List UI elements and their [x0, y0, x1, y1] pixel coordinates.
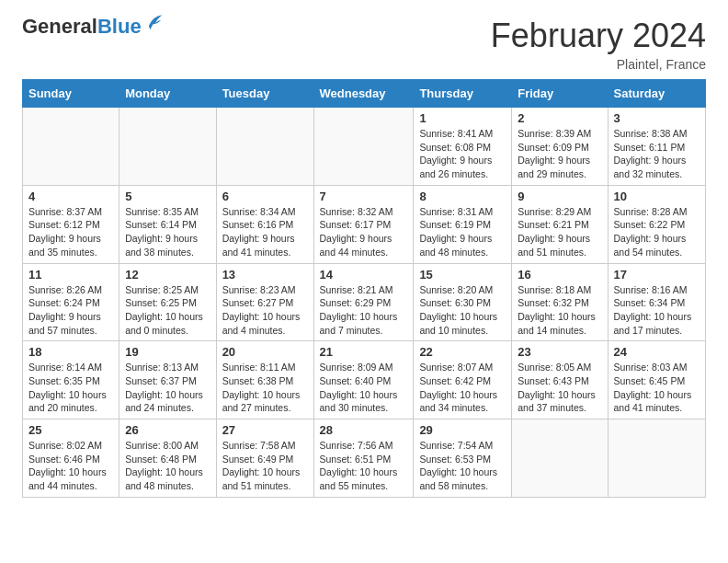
calendar-cell	[313, 108, 414, 186]
calendar-cell: 20Sunrise: 8:11 AM Sunset: 6:38 PM Dayli…	[216, 341, 313, 419]
day-info: Sunrise: 8:21 AM Sunset: 6:29 PM Dayligh…	[320, 283, 408, 338]
day-number: 23	[518, 345, 601, 359]
calendar-cell: 17Sunrise: 8:16 AM Sunset: 6:34 PM Dayli…	[608, 263, 706, 341]
day-number: 8	[419, 190, 506, 203]
calendar-cell: 28Sunrise: 7:56 AM Sunset: 6:51 PM Dayli…	[313, 419, 414, 498]
day-number: 22	[419, 345, 506, 359]
calendar-cell: 18Sunrise: 8:14 AM Sunset: 6:35 PM Dayli…	[23, 341, 119, 419]
day-number: 5	[125, 190, 210, 203]
calendar-cell: 8Sunrise: 8:31 AM Sunset: 6:19 PM Daylig…	[414, 185, 512, 263]
day-number: 18	[28, 345, 113, 359]
logo-text: GeneralBlue	[22, 17, 142, 37]
day-number: 2	[518, 111, 601, 125]
calendar-cell: 24Sunrise: 8:03 AM Sunset: 6:45 PM Dayli…	[608, 341, 706, 419]
calendar-cell: 11Sunrise: 8:26 AM Sunset: 6:24 PM Dayli…	[23, 263, 119, 341]
day-number: 10	[614, 190, 700, 203]
day-info: Sunrise: 8:05 AM Sunset: 6:43 PM Dayligh…	[518, 361, 601, 415]
location: Plaintel, France	[491, 57, 706, 72]
day-number: 21	[320, 345, 408, 359]
calendar-week-row: 18Sunrise: 8:14 AM Sunset: 6:35 PM Dayli…	[23, 341, 706, 419]
calendar-table: SundayMondayTuesdayWednesdayThursdayFrid…	[22, 79, 706, 498]
calendar-cell: 1Sunrise: 8:41 AM Sunset: 6:08 PM Daylig…	[414, 108, 512, 186]
calendar-cell: 3Sunrise: 8:38 AM Sunset: 6:11 PM Daylig…	[608, 108, 706, 186]
day-number: 3	[614, 111, 700, 125]
calendar-cell	[23, 108, 119, 186]
day-number: 11	[28, 268, 113, 282]
calendar-cell: 13Sunrise: 8:23 AM Sunset: 6:27 PM Dayli…	[216, 263, 313, 341]
day-info: Sunrise: 8:13 AM Sunset: 6:37 PM Dayligh…	[125, 361, 210, 415]
calendar-cell: 15Sunrise: 8:20 AM Sunset: 6:30 PM Dayli…	[414, 263, 512, 341]
day-info: Sunrise: 7:54 AM Sunset: 6:53 PM Dayligh…	[419, 439, 506, 493]
calendar-header-row: SundayMondayTuesdayWednesdayThursdayFrid…	[23, 80, 706, 108]
logo-blue: Blue	[97, 15, 142, 38]
day-number: 1	[419, 111, 506, 125]
day-number: 9	[518, 190, 601, 203]
header-right: February 2024 Plaintel, France	[491, 17, 706, 72]
calendar-day-header: Saturday	[608, 80, 706, 108]
day-info: Sunrise: 8:41 AM Sunset: 6:08 PM Dayligh…	[419, 127, 506, 181]
calendar-cell: 29Sunrise: 7:54 AM Sunset: 6:53 PM Dayli…	[414, 419, 512, 498]
calendar-cell: 22Sunrise: 8:07 AM Sunset: 6:42 PM Dayli…	[414, 341, 512, 419]
day-info: Sunrise: 8:32 AM Sunset: 6:17 PM Dayligh…	[320, 205, 408, 259]
day-number: 13	[222, 268, 308, 282]
day-number: 6	[222, 190, 308, 203]
calendar-cell: 21Sunrise: 8:09 AM Sunset: 6:40 PM Dayli…	[313, 341, 414, 419]
calendar-day-header: Friday	[512, 80, 608, 108]
day-number: 16	[518, 268, 601, 282]
day-number: 17	[614, 268, 700, 282]
day-number: 12	[125, 268, 210, 282]
day-info: Sunrise: 8:35 AM Sunset: 6:14 PM Dayligh…	[125, 205, 210, 259]
day-number: 19	[125, 345, 210, 359]
calendar-cell: 23Sunrise: 8:05 AM Sunset: 6:43 PM Dayli…	[512, 341, 608, 419]
day-info: Sunrise: 8:14 AM Sunset: 6:35 PM Dayligh…	[28, 361, 113, 415]
day-info: Sunrise: 8:20 AM Sunset: 6:30 PM Dayligh…	[419, 283, 506, 338]
day-info: Sunrise: 8:11 AM Sunset: 6:38 PM Dayligh…	[222, 361, 308, 415]
logo-bird-icon	[143, 13, 164, 33]
calendar-week-row: 25Sunrise: 8:02 AM Sunset: 6:46 PM Dayli…	[23, 419, 706, 498]
day-info: Sunrise: 8:03 AM Sunset: 6:45 PM Dayligh…	[614, 361, 700, 415]
header: GeneralBlue February 2024 Plaintel, Fran…	[0, 0, 728, 79]
calendar-cell: 10Sunrise: 8:28 AM Sunset: 6:22 PM Dayli…	[608, 185, 706, 263]
day-number: 29	[419, 423, 506, 437]
day-number: 28	[320, 423, 408, 437]
day-info: Sunrise: 8:29 AM Sunset: 6:21 PM Dayligh…	[518, 205, 601, 259]
day-info: Sunrise: 8:07 AM Sunset: 6:42 PM Dayligh…	[419, 361, 506, 415]
calendar-cell: 26Sunrise: 8:00 AM Sunset: 6:48 PM Dayli…	[119, 419, 216, 498]
calendar-day-header: Thursday	[414, 80, 512, 108]
calendar-week-row: 4Sunrise: 8:37 AM Sunset: 6:12 PM Daylig…	[23, 185, 706, 263]
month-year: February 2024	[491, 17, 706, 55]
day-info: Sunrise: 8:18 AM Sunset: 6:32 PM Dayligh…	[518, 283, 601, 338]
day-info: Sunrise: 7:58 AM Sunset: 6:49 PM Dayligh…	[222, 439, 308, 493]
calendar-cell: 27Sunrise: 7:58 AM Sunset: 6:49 PM Dayli…	[216, 419, 313, 498]
calendar-cell	[119, 108, 216, 186]
calendar-cell: 5Sunrise: 8:35 AM Sunset: 6:14 PM Daylig…	[119, 185, 216, 263]
day-info: Sunrise: 8:34 AM Sunset: 6:16 PM Dayligh…	[222, 205, 308, 259]
calendar-cell: 12Sunrise: 8:25 AM Sunset: 6:25 PM Dayli…	[119, 263, 216, 341]
day-info: Sunrise: 8:38 AM Sunset: 6:11 PM Dayligh…	[614, 127, 700, 181]
calendar-day-header: Tuesday	[216, 80, 313, 108]
day-info: Sunrise: 8:31 AM Sunset: 6:19 PM Dayligh…	[419, 205, 506, 259]
calendar-wrapper: SundayMondayTuesdayWednesdayThursdayFrid…	[0, 79, 728, 512]
calendar-cell: 4Sunrise: 8:37 AM Sunset: 6:12 PM Daylig…	[23, 185, 119, 263]
day-info: Sunrise: 8:37 AM Sunset: 6:12 PM Dayligh…	[28, 205, 113, 259]
calendar-cell	[512, 419, 608, 498]
day-info: Sunrise: 8:26 AM Sunset: 6:24 PM Dayligh…	[28, 283, 113, 338]
calendar-cell	[608, 419, 706, 498]
calendar-day-header: Wednesday	[313, 80, 414, 108]
calendar-cell: 25Sunrise: 8:02 AM Sunset: 6:46 PM Dayli…	[23, 419, 119, 498]
calendar-cell: 19Sunrise: 8:13 AM Sunset: 6:37 PM Dayli…	[119, 341, 216, 419]
day-info: Sunrise: 8:16 AM Sunset: 6:34 PM Dayligh…	[614, 283, 700, 338]
day-number: 4	[28, 190, 113, 203]
calendar-cell: 14Sunrise: 8:21 AM Sunset: 6:29 PM Dayli…	[313, 263, 414, 341]
calendar-cell	[216, 108, 313, 186]
calendar-cell: 7Sunrise: 8:32 AM Sunset: 6:17 PM Daylig…	[313, 185, 414, 263]
day-info: Sunrise: 8:25 AM Sunset: 6:25 PM Dayligh…	[125, 283, 210, 338]
day-number: 24	[614, 345, 700, 359]
day-info: Sunrise: 7:56 AM Sunset: 6:51 PM Dayligh…	[320, 439, 408, 493]
day-number: 26	[125, 423, 210, 437]
calendar-cell: 16Sunrise: 8:18 AM Sunset: 6:32 PM Dayli…	[512, 263, 608, 341]
day-number: 20	[222, 345, 308, 359]
day-number: 14	[320, 268, 408, 282]
day-info: Sunrise: 8:28 AM Sunset: 6:22 PM Dayligh…	[614, 205, 700, 259]
day-info: Sunrise: 8:23 AM Sunset: 6:27 PM Dayligh…	[222, 283, 308, 338]
